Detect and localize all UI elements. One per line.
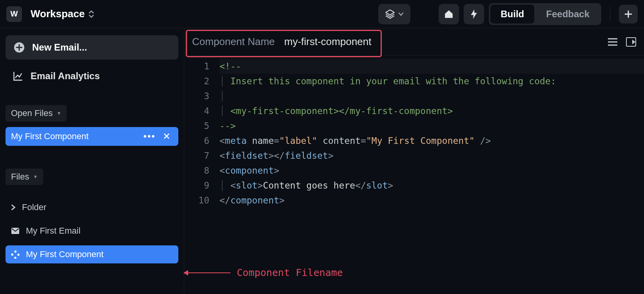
plus-circle-icon bbox=[13, 42, 25, 53]
open-file-name: My First Component bbox=[11, 131, 139, 142]
workspace-logo-letter: W bbox=[11, 9, 18, 18]
sidebar: New Email... Email Analytics Open Files … bbox=[0, 28, 184, 294]
divider bbox=[610, 7, 610, 22]
chevron-down-icon bbox=[398, 12, 404, 16]
bolt-button[interactable] bbox=[464, 4, 484, 24]
layers-icon bbox=[385, 9, 395, 19]
svg-rect-2 bbox=[14, 250, 17, 253]
plus-icon bbox=[624, 10, 633, 18]
sidebar-analytics[interactable]: Email Analytics bbox=[5, 65, 178, 87]
svg-rect-4 bbox=[17, 253, 20, 256]
layers-dropdown-button[interactable] bbox=[378, 4, 410, 24]
code-editor[interactable]: 1 2 3 4 5 6 7 8 9 10 <!--│ Insert this c… bbox=[184, 56, 644, 294]
filename-annotation: Component Filename bbox=[184, 267, 343, 278]
component-name-value[interactable]: my-first-component bbox=[284, 36, 372, 48]
more-icon[interactable]: ••• bbox=[143, 131, 156, 142]
chevron-right-icon bbox=[11, 204, 16, 211]
chart-icon bbox=[13, 71, 24, 82]
code-content[interactable]: <!--│ Insert this component in your emai… bbox=[216, 59, 644, 294]
bolt-icon bbox=[470, 9, 478, 19]
annotation-label: Component Filename bbox=[237, 267, 343, 278]
play-panel-icon[interactable] bbox=[626, 37, 636, 47]
component-name-label: Component Name bbox=[192, 36, 275, 48]
file-row-label: My First Email bbox=[26, 226, 80, 236]
arrow-left-icon bbox=[184, 272, 230, 273]
svg-rect-5 bbox=[14, 256, 16, 259]
files-header-label: Files bbox=[11, 172, 29, 182]
home-button[interactable] bbox=[439, 4, 459, 24]
svg-rect-3 bbox=[11, 253, 14, 256]
component-icon bbox=[11, 250, 20, 259]
line-gutter: 1 2 3 4 5 6 7 8 9 10 bbox=[184, 59, 216, 294]
open-files-header[interactable]: Open Files ▼ bbox=[5, 105, 67, 122]
tab-feedback[interactable]: Feedback bbox=[536, 5, 600, 24]
sidebar-analytics-label: Email Analytics bbox=[31, 71, 100, 82]
component-name-bar: Component Name my-first-component bbox=[184, 28, 644, 56]
updown-icon bbox=[89, 10, 94, 18]
file-row-component[interactable]: My First Component bbox=[5, 245, 178, 263]
close-icon[interactable]: ✕ bbox=[160, 131, 173, 142]
open-file-tab[interactable]: My First Component ••• ✕ bbox=[5, 127, 178, 146]
lines-icon[interactable] bbox=[607, 37, 618, 47]
open-files-label: Open Files bbox=[11, 108, 53, 118]
new-email-label: New Email... bbox=[32, 42, 87, 53]
triangle-down-icon: ▼ bbox=[56, 111, 61, 116]
workspace-logo[interactable]: W bbox=[6, 6, 22, 22]
file-row-email[interactable]: My First Email bbox=[5, 222, 178, 240]
file-row-label: Folder bbox=[22, 202, 46, 212]
home-icon bbox=[444, 9, 454, 19]
file-row-folder[interactable]: Folder bbox=[5, 198, 178, 216]
workspace-switcher[interactable]: Workspace bbox=[27, 5, 98, 22]
triangle-down-icon: ▼ bbox=[33, 174, 38, 180]
workspace-label: Workspace bbox=[31, 8, 85, 20]
email-icon bbox=[11, 227, 20, 234]
file-row-label: My First Component bbox=[26, 249, 103, 260]
editor-panel: Component Name my-first-component 1 2 3 bbox=[184, 28, 644, 294]
add-button[interactable] bbox=[619, 5, 638, 24]
topbar: W Workspace Bu bbox=[0, 0, 644, 28]
new-email-button[interactable]: New Email... bbox=[5, 35, 178, 60]
tab-build[interactable]: Build bbox=[490, 5, 534, 24]
mode-tabs: Build Feedback bbox=[489, 3, 601, 25]
files-header[interactable]: Files ▼ bbox=[5, 169, 43, 185]
